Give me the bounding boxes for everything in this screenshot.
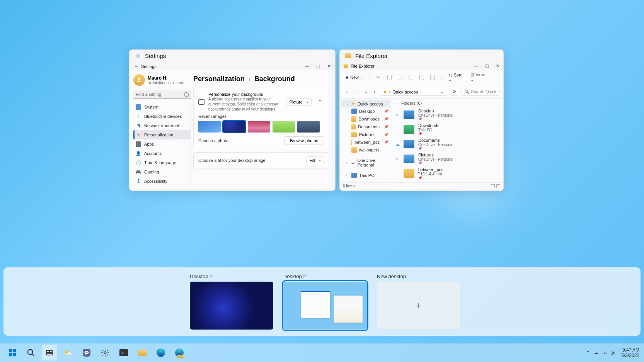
- thumbnail[interactable]: [198, 121, 221, 133]
- bg-card-title: Personalize your background: [208, 92, 282, 97]
- app-weather[interactable]: ⛅: [60, 345, 76, 360]
- nav-apps[interactable]: Apps: [133, 139, 191, 149]
- view-button[interactable]: ▤ View ⌄: [470, 72, 487, 82]
- explorer-search[interactable]: 🔍 Search Quick access: [462, 88, 499, 96]
- close-icon[interactable]: ✕: [496, 63, 499, 68]
- status-text: 6 items: [343, 184, 355, 188]
- thumbnail[interactable]: [223, 121, 245, 133]
- search-button[interactable]: [23, 345, 39, 360]
- nav-up-icon[interactable]: ↑: [372, 90, 377, 94]
- refresh-icon[interactable]: ⟳: [450, 88, 459, 96]
- desktop-2[interactable]: Desktop 2: [283, 274, 367, 330]
- onedrive-icon[interactable]: ☁: [594, 350, 598, 355]
- user-name: Mauro H.: [148, 75, 183, 81]
- network-icon[interactable]: 🖧: [602, 350, 607, 355]
- folder-documents[interactable]: ☁DocumentsOneDrive - Personal📌: [396, 138, 499, 150]
- address-field[interactable]: ★ › Quick access ⌄: [380, 88, 448, 96]
- sidebar-item-between-pcs[interactable]: between_pcs📌: [341, 138, 390, 146]
- back-icon[interactable]: ←: [134, 64, 138, 69]
- sidebar-item-desktop[interactable]: Desktop📌: [341, 107, 390, 115]
- chevron-down-icon[interactable]: ⌄: [440, 89, 444, 94]
- desktop-thumbnail[interactable]: [283, 282, 367, 330]
- share-icon[interactable]: [419, 75, 424, 80]
- paste-icon[interactable]: [398, 75, 402, 80]
- wifi-icon: ◥: [136, 123, 141, 128]
- sidebar-item-wallpapers[interactable]: wallpapers: [341, 146, 390, 154]
- person-icon: 👤: [136, 151, 141, 156]
- new-desktop-button[interactable]: +: [377, 282, 460, 330]
- app-edge-canary[interactable]: CAN: [172, 345, 187, 360]
- thumbnail[interactable]: [248, 121, 270, 133]
- rename-icon[interactable]: [409, 75, 413, 80]
- desktop-thumbnail[interactable]: [190, 282, 273, 330]
- folder-pictures[interactable]: ○PicturesOneDrive - Personal📌: [396, 153, 499, 165]
- nav-personalization[interactable]: ✎Personalization: [133, 130, 191, 139]
- settings-icon: [135, 53, 141, 59]
- start-button[interactable]: [5, 345, 20, 360]
- taskview-button[interactable]: [42, 345, 57, 360]
- sidebar-item-quick-access[interactable]: ⌄★Quick access: [341, 100, 390, 107]
- nav-forward-icon[interactable]: →: [353, 90, 361, 94]
- nav-time-language[interactable]: 🕓Time & language: [133, 158, 191, 167]
- sidebar-item-thispc[interactable]: ›This PC: [341, 172, 390, 179]
- app-file-explorer[interactable]: [135, 345, 150, 360]
- nav-back-icon[interactable]: ←: [344, 90, 351, 94]
- desktop-1[interactable]: Desktop 1: [190, 274, 273, 330]
- new-desktop[interactable]: New desktop +: [377, 274, 460, 330]
- apps-icon: [136, 141, 141, 147]
- taskview-window-settings[interactable]: Settings ← Settings — ▢ ✕ Mauro H. m_lab…: [129, 49, 336, 191]
- desktop-label: New desktop: [377, 274, 460, 279]
- user-profile[interactable]: Mauro H. m_lab@outlook.com: [133, 74, 191, 86]
- folder-between-pcs[interactable]: between_pcs\\10.1.4.4\mro📌: [396, 167, 499, 180]
- app-settings[interactable]: [97, 345, 113, 360]
- avatar: [133, 74, 145, 86]
- thumbnail[interactable]: [273, 121, 295, 133]
- tray-overflow-icon[interactable]: ⌃: [586, 350, 590, 355]
- nav-bluetooth[interactable]: ᛒBluetooth & devices: [133, 112, 191, 121]
- nav-network[interactable]: ◥Network & internet: [133, 121, 191, 130]
- window-title: Settings: [141, 64, 157, 69]
- clock[interactable]: 9:47 AM 5/3/2022: [621, 347, 639, 359]
- taskview-window-file-explorer[interactable]: File Explorer File Explorer — ▢ ✕ ⊕ New …: [339, 49, 504, 191]
- app-terminal[interactable]: >_: [116, 345, 131, 360]
- sidebar-item-onedrive[interactable]: ›☁OneDrive - Personal: [341, 157, 390, 168]
- sidebar-item-pictures[interactable]: Pictures📌: [341, 131, 390, 138]
- nav-recent-icon[interactable]: ⌄: [363, 89, 370, 94]
- maximize-icon[interactable]: ▢: [485, 63, 489, 68]
- browse-photos-button[interactable]: Browse photos: [284, 136, 324, 145]
- app-chat[interactable]: 💬: [79, 345, 94, 360]
- sidebar-item-documents[interactable]: Documents📌: [341, 123, 390, 131]
- settings-search[interactable]: [133, 90, 191, 99]
- folder-downloads[interactable]: DownloadsThis PC📌: [396, 123, 499, 136]
- sun-cloud-icon: ⛅: [63, 348, 73, 357]
- breadcrumb-parent[interactable]: Personalization: [193, 75, 245, 83]
- volume-icon[interactable]: 🔊: [611, 350, 617, 355]
- close-icon[interactable]: ✕: [327, 64, 331, 69]
- background-type-dropdown[interactable]: Picture: [286, 98, 312, 106]
- copy-icon[interactable]: [387, 75, 392, 80]
- folders-header[interactable]: ⌄Folders (6): [396, 101, 499, 105]
- delete-icon[interactable]: [430, 75, 435, 80]
- collapse-up-icon[interactable]: ⌃: [315, 99, 324, 105]
- new-button[interactable]: ⊕ New ⌄: [345, 75, 363, 80]
- nav-accounts[interactable]: 👤Accounts: [133, 149, 191, 158]
- fit-dropdown[interactable]: Fill: [306, 156, 324, 164]
- app-edge[interactable]: [153, 345, 169, 360]
- more-icon[interactable]: ⋯: [494, 75, 498, 80]
- choose-photo-label: Choose a photo: [198, 138, 228, 143]
- nav-accessibility[interactable]: ⦿Accessibility: [133, 177, 191, 186]
- nav-gaming[interactable]: 🎮Gaming: [133, 167, 191, 177]
- details-view-icon[interactable]: [491, 184, 495, 188]
- search-input[interactable]: [133, 90, 191, 99]
- taskview-desktops: Desktop 1 Desktop 2 New desktop +: [3, 267, 641, 336]
- cut-icon[interactable]: ✂: [377, 75, 381, 80]
- maximize-icon[interactable]: ▢: [316, 64, 320, 69]
- thumbnails-view-icon[interactable]: [496, 184, 500, 188]
- folder-desktop[interactable]: ○DesktopOneDrive - Personal📌: [396, 109, 499, 121]
- minimize-icon[interactable]: —: [474, 63, 478, 68]
- sort-button[interactable]: ↑↓ Sort ⌄: [448, 73, 465, 82]
- minimize-icon[interactable]: —: [305, 64, 309, 69]
- sidebar-item-downloads[interactable]: Downloads📌: [341, 115, 390, 123]
- nav-system[interactable]: System: [133, 102, 191, 112]
- thumbnail[interactable]: [297, 121, 320, 133]
